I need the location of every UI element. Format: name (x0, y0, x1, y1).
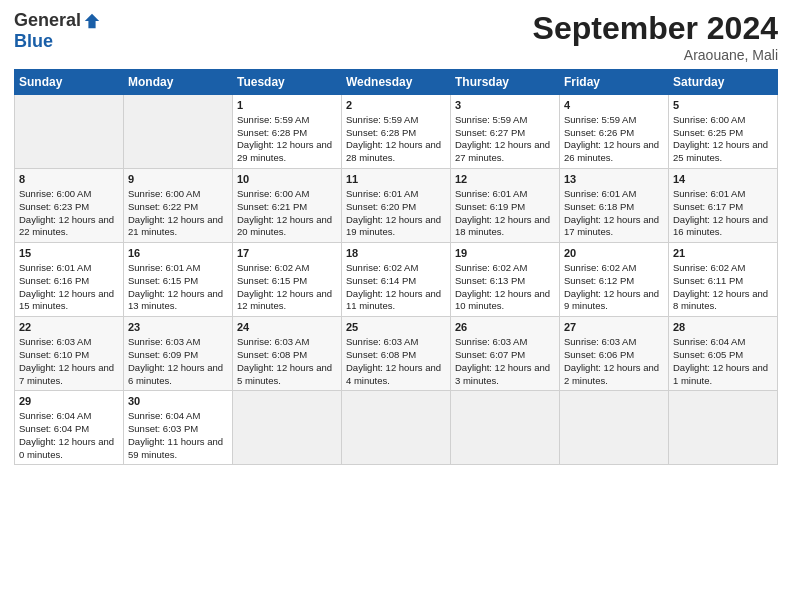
calendar-week-row: 29Sunrise: 6:04 AMSunset: 6:04 PMDayligh… (15, 391, 778, 465)
sunset-text: Sunset: 6:14 PM (346, 275, 416, 286)
sunset-text: Sunset: 6:09 PM (128, 349, 198, 360)
header: General Blue September 2024 Araouane, Ma… (14, 10, 778, 63)
day-number: 3 (455, 98, 555, 113)
sunrise-text: Sunrise: 5:59 AM (564, 114, 636, 125)
sunset-text: Sunset: 6:21 PM (237, 201, 307, 212)
day-number: 12 (455, 172, 555, 187)
daylight-text: Daylight: 12 hours and 12 minutes. (237, 288, 332, 312)
sunrise-text: Sunrise: 6:02 AM (346, 262, 418, 273)
header-tuesday: Tuesday (233, 70, 342, 95)
table-row: 30Sunrise: 6:04 AMSunset: 6:03 PMDayligh… (124, 391, 233, 465)
calendar-week-row: 1Sunrise: 5:59 AMSunset: 6:28 PMDaylight… (15, 95, 778, 169)
daylight-text: Daylight: 12 hours and 15 minutes. (19, 288, 114, 312)
sunset-text: Sunset: 6:10 PM (19, 349, 89, 360)
table-row: 13Sunrise: 6:01 AMSunset: 6:18 PMDayligh… (560, 169, 669, 243)
day-number: 30 (128, 394, 228, 409)
calendar-week-row: 22Sunrise: 6:03 AMSunset: 6:10 PMDayligh… (15, 317, 778, 391)
day-number: 4 (564, 98, 664, 113)
sunset-text: Sunset: 6:13 PM (455, 275, 525, 286)
sunrise-text: Sunrise: 6:01 AM (19, 262, 91, 273)
daylight-text: Daylight: 12 hours and 10 minutes. (455, 288, 550, 312)
sunset-text: Sunset: 6:19 PM (455, 201, 525, 212)
calendar-week-row: 15Sunrise: 6:01 AMSunset: 6:16 PMDayligh… (15, 243, 778, 317)
logo-general-text: General (14, 10, 81, 31)
day-number: 26 (455, 320, 555, 335)
table-row: 5Sunrise: 6:00 AMSunset: 6:25 PMDaylight… (669, 95, 778, 169)
table-row: 17Sunrise: 6:02 AMSunset: 6:15 PMDayligh… (233, 243, 342, 317)
daylight-text: Daylight: 11 hours and 59 minutes. (128, 436, 223, 460)
table-row: 1Sunrise: 5:59 AMSunset: 6:28 PMDaylight… (233, 95, 342, 169)
calendar-week-row: 8Sunrise: 6:00 AMSunset: 6:23 PMDaylight… (15, 169, 778, 243)
sunrise-text: Sunrise: 6:04 AM (673, 336, 745, 347)
sunset-text: Sunset: 6:26 PM (564, 127, 634, 138)
day-number: 27 (564, 320, 664, 335)
table-row (15, 95, 124, 169)
table-row: 28Sunrise: 6:04 AMSunset: 6:05 PMDayligh… (669, 317, 778, 391)
sunrise-text: Sunrise: 6:03 AM (455, 336, 527, 347)
daylight-text: Daylight: 12 hours and 9 minutes. (564, 288, 659, 312)
sunset-text: Sunset: 6:28 PM (237, 127, 307, 138)
table-row: 3Sunrise: 5:59 AMSunset: 6:27 PMDaylight… (451, 95, 560, 169)
table-row: 14Sunrise: 6:01 AMSunset: 6:17 PMDayligh… (669, 169, 778, 243)
daylight-text: Daylight: 12 hours and 4 minutes. (346, 362, 441, 386)
daylight-text: Daylight: 12 hours and 5 minutes. (237, 362, 332, 386)
day-number: 16 (128, 246, 228, 261)
sunrise-text: Sunrise: 6:00 AM (19, 188, 91, 199)
logo: General Blue (14, 10, 101, 52)
day-number: 29 (19, 394, 119, 409)
sunrise-text: Sunrise: 6:00 AM (128, 188, 200, 199)
sunrise-text: Sunrise: 6:02 AM (455, 262, 527, 273)
day-number: 24 (237, 320, 337, 335)
sunrise-text: Sunrise: 6:04 AM (19, 410, 91, 421)
table-row (451, 391, 560, 465)
table-row (124, 95, 233, 169)
sunset-text: Sunset: 6:16 PM (19, 275, 89, 286)
daylight-text: Daylight: 12 hours and 18 minutes. (455, 214, 550, 238)
svg-marker-0 (85, 13, 99, 27)
day-number: 22 (19, 320, 119, 335)
table-row: 18Sunrise: 6:02 AMSunset: 6:14 PMDayligh… (342, 243, 451, 317)
sunset-text: Sunset: 6:08 PM (237, 349, 307, 360)
day-number: 1 (237, 98, 337, 113)
sunrise-text: Sunrise: 6:02 AM (673, 262, 745, 273)
table-row: 21Sunrise: 6:02 AMSunset: 6:11 PMDayligh… (669, 243, 778, 317)
sunset-text: Sunset: 6:12 PM (564, 275, 634, 286)
daylight-text: Daylight: 12 hours and 29 minutes. (237, 139, 332, 163)
sunrise-text: Sunrise: 6:03 AM (19, 336, 91, 347)
calendar-header-row: Sunday Monday Tuesday Wednesday Thursday… (15, 70, 778, 95)
table-row (560, 391, 669, 465)
daylight-text: Daylight: 12 hours and 27 minutes. (455, 139, 550, 163)
sunset-text: Sunset: 6:28 PM (346, 127, 416, 138)
table-row: 8Sunrise: 6:00 AMSunset: 6:23 PMDaylight… (15, 169, 124, 243)
daylight-text: Daylight: 12 hours and 19 minutes. (346, 214, 441, 238)
header-monday: Monday (124, 70, 233, 95)
daylight-text: Daylight: 12 hours and 28 minutes. (346, 139, 441, 163)
page-container: General Blue September 2024 Araouane, Ma… (0, 0, 792, 473)
day-number: 18 (346, 246, 446, 261)
table-row: 26Sunrise: 6:03 AMSunset: 6:07 PMDayligh… (451, 317, 560, 391)
header-thursday: Thursday (451, 70, 560, 95)
sunrise-text: Sunrise: 6:03 AM (237, 336, 309, 347)
day-number: 8 (19, 172, 119, 187)
daylight-text: Daylight: 12 hours and 20 minutes. (237, 214, 332, 238)
day-number: 5 (673, 98, 773, 113)
sunset-text: Sunset: 6:27 PM (455, 127, 525, 138)
daylight-text: Daylight: 12 hours and 11 minutes. (346, 288, 441, 312)
title-block: September 2024 Araouane, Mali (533, 10, 778, 63)
sunrise-text: Sunrise: 5:59 AM (455, 114, 527, 125)
table-row: 20Sunrise: 6:02 AMSunset: 6:12 PMDayligh… (560, 243, 669, 317)
sunrise-text: Sunrise: 6:01 AM (346, 188, 418, 199)
day-number: 25 (346, 320, 446, 335)
day-number: 14 (673, 172, 773, 187)
day-number: 13 (564, 172, 664, 187)
day-number: 10 (237, 172, 337, 187)
table-row: 25Sunrise: 6:03 AMSunset: 6:08 PMDayligh… (342, 317, 451, 391)
sunrise-text: Sunrise: 6:03 AM (128, 336, 200, 347)
day-number: 28 (673, 320, 773, 335)
table-row (342, 391, 451, 465)
table-row: 29Sunrise: 6:04 AMSunset: 6:04 PMDayligh… (15, 391, 124, 465)
logo-icon (83, 12, 101, 30)
day-number: 11 (346, 172, 446, 187)
header-friday: Friday (560, 70, 669, 95)
sunset-text: Sunset: 6:05 PM (673, 349, 743, 360)
